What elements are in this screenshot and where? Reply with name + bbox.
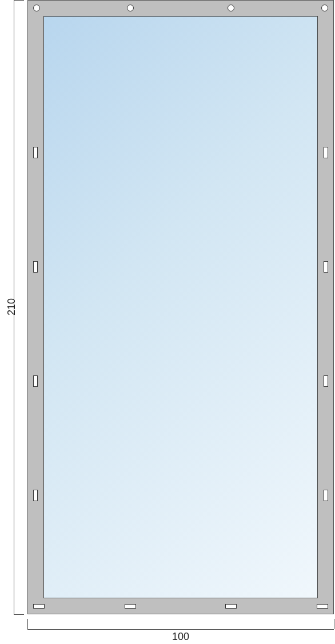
side-slot-icon bbox=[33, 261, 38, 273]
side-slot-icon bbox=[324, 261, 328, 273]
bottom-slot-icon bbox=[225, 604, 237, 609]
side-slot-icon bbox=[324, 375, 328, 387]
height-dimension-label: 210 bbox=[6, 295, 18, 318]
dimension-tick bbox=[14, 614, 24, 615]
side-slot-icon bbox=[324, 490, 328, 501]
mount-hole-icon bbox=[33, 5, 40, 11]
bottom-slot-icon bbox=[125, 604, 136, 609]
dimension-tick bbox=[334, 619, 334, 629]
mount-hole-icon bbox=[228, 5, 234, 11]
side-slot-icon bbox=[324, 147, 328, 158]
bottom-slot-icon bbox=[33, 604, 45, 609]
glass-pane bbox=[43, 16, 318, 598]
side-slot-icon bbox=[33, 375, 38, 387]
side-slot-icon bbox=[33, 490, 38, 501]
dimension-tick bbox=[27, 619, 28, 629]
width-dimension-label: 100 bbox=[172, 631, 189, 643]
panel-diagram: 210 100 bbox=[0, 0, 335, 644]
mount-hole-icon bbox=[321, 5, 328, 11]
side-slot-icon bbox=[33, 147, 38, 158]
mount-hole-icon bbox=[127, 5, 134, 11]
dimension-line-horizontal bbox=[27, 629, 334, 630]
dimension-tick bbox=[14, 0, 24, 1]
bottom-slot-icon bbox=[317, 604, 328, 609]
